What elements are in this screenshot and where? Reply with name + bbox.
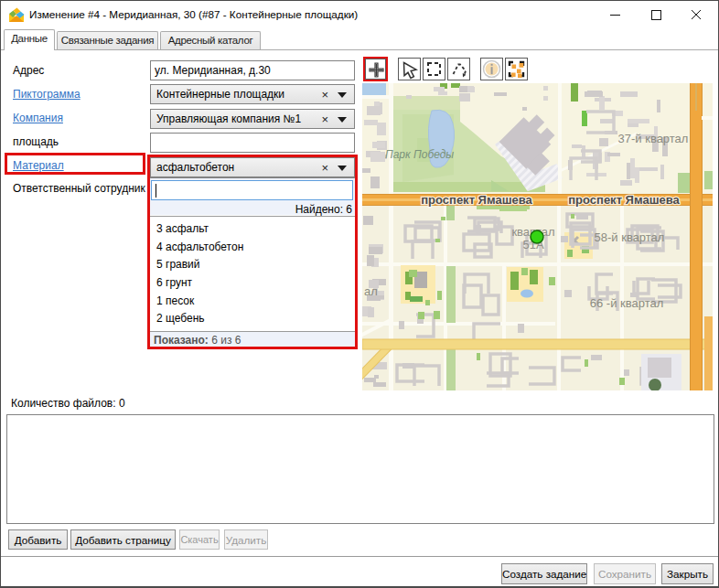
svg-text:Парк Победы: Парк Победы (385, 148, 454, 161)
svg-text:ал: ал (364, 284, 378, 298)
svg-text:58-й квартал: 58-й квартал (595, 230, 665, 244)
svg-text:66 -й квартал: 66 -й квартал (590, 296, 664, 310)
svg-text:37-й квартал: 37-й квартал (618, 132, 689, 145)
svg-text:проспект Ямашева: проспект Ямашева (568, 193, 680, 207)
svg-text:проспект Ямашева: проспект Ямашева (421, 193, 532, 207)
